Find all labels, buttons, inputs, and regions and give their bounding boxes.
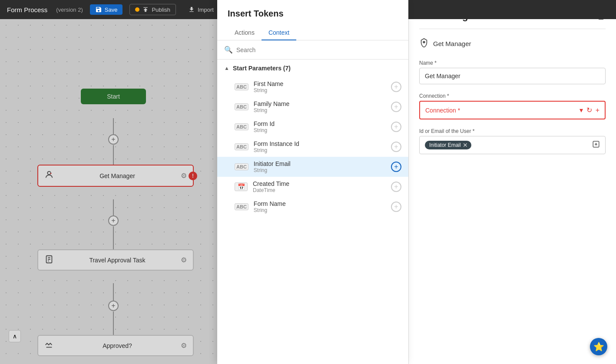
tab-context[interactable]: Context <box>262 26 296 40</box>
token-name: First Name <box>254 80 386 87</box>
token-field-insert-icon[interactable] <box>592 140 600 150</box>
modal-header: Insert Tokens Actions Context <box>217 0 408 40</box>
insert-tokens-modal: Insert Tokens Actions Context 🔍 ▲ Start … <box>217 0 408 364</box>
token-name: Form Id <box>254 120 386 127</box>
section-chevron-icon: ▲ <box>224 65 229 71</box>
search-icon: 🔍 <box>224 46 233 54</box>
token-add-button[interactable]: + <box>391 182 401 192</box>
connection-dropdown-icon[interactable]: ▾ <box>580 106 583 114</box>
token-abc-icon: ABC <box>235 143 248 150</box>
connection-refresh-icon[interactable]: ↻ <box>586 106 592 114</box>
import-button[interactable]: Import <box>183 4 219 15</box>
token-item[interactable]: ABC Form Name String + <box>217 197 408 217</box>
id-email-field-label: Id or Email of the User * <box>419 128 606 134</box>
token-type: String <box>254 127 386 133</box>
token-type: String <box>254 107 386 113</box>
token-info: Form Name String <box>254 200 386 213</box>
section-label: Start Parameters (7) <box>233 65 291 72</box>
connection-add-icon[interactable]: + <box>596 106 599 114</box>
token-type: String <box>254 167 386 173</box>
token-item[interactable]: ABC Form Instance Id String + <box>217 137 408 157</box>
token-item[interactable]: ABC Initiator Email String + <box>217 157 408 177</box>
modal-search-bar[interactable]: 🔍 <box>217 40 408 60</box>
app-title: Form Process <box>7 6 47 13</box>
token-section-header[interactable]: ▲ Start Parameters (7) <box>217 60 408 77</box>
token-name: Initiator Email <box>254 160 386 167</box>
connection-field-label: Connection * <box>419 93 606 99</box>
svg-point-12 <box>423 41 425 43</box>
name-field-label: Name * <box>419 60 606 66</box>
name-field-group: Name * <box>419 60 606 84</box>
connection-placeholder: Connection * <box>425 107 460 114</box>
token-info: Family Name String <box>254 100 386 113</box>
token-info: Initiator Email String <box>254 160 386 173</box>
publish-icon <box>142 6 149 13</box>
search-input[interactable] <box>236 46 401 53</box>
modal-title: Insert Tokens <box>228 9 398 19</box>
token-info: First Name String <box>254 80 386 93</box>
warn-icon <box>135 7 139 12</box>
token-abc-icon: ABC <box>235 163 248 170</box>
token-type: String <box>254 147 386 153</box>
token-item[interactable]: ABC Family Name String + <box>217 97 408 117</box>
token-item[interactable]: ABC Form Id String + <box>217 117 408 137</box>
token-item[interactable]: 📅 Created Time DateTime + <box>217 177 408 197</box>
import-icon <box>188 6 195 13</box>
connection-actions: ▾ ↻ + <box>580 106 599 114</box>
help-button[interactable]: ⭐ <box>590 338 607 355</box>
name-field-input[interactable] <box>419 68 606 84</box>
app-version: (version 2) <box>56 7 83 13</box>
initiator-email-tag[interactable]: Initiator Email ✕ <box>425 141 471 149</box>
id-email-field-group: Id or Email of the User * Initiator Emai… <box>419 128 606 154</box>
panel-divider <box>419 29 606 29</box>
token-add-button[interactable]: + <box>391 102 401 112</box>
token-add-button[interactable]: + <box>391 162 401 172</box>
token-type: String <box>254 87 386 93</box>
token-add-button[interactable]: + <box>391 122 401 132</box>
token-type: DateTime <box>253 187 386 193</box>
right-panel: Get Manager 🗑 Get Manager Name * Connect… <box>408 0 616 364</box>
connection-field-group: Connection * Connection * ▾ ↻ + <box>419 93 606 119</box>
token-name: Form Instance Id <box>254 140 386 147</box>
connection-dropdown[interactable]: Connection * ▾ ↻ + <box>419 101 606 119</box>
node-info: Get Manager <box>419 38 606 50</box>
token-name: Form Name <box>254 200 386 207</box>
node-shield-icon <box>419 38 429 50</box>
modal-tabs: Actions Context <box>228 26 398 40</box>
token-tag-label: Initiator Email <box>429 142 461 148</box>
publish-button[interactable]: Publish <box>129 4 176 15</box>
token-abc-icon: ABC <box>235 203 248 210</box>
token-info: Form Instance Id String <box>254 140 386 153</box>
token-add-button[interactable]: + <box>391 82 401 92</box>
save-icon <box>95 6 102 13</box>
token-add-button[interactable]: + <box>391 142 401 152</box>
token-abc-icon: ABC <box>235 83 248 90</box>
token-type: String <box>254 207 386 213</box>
token-abc-icon: ABC <box>235 103 248 110</box>
token-name: Created Time <box>253 180 386 187</box>
token-item[interactable]: ABC First Name String + <box>217 77 408 97</box>
token-tag-remove-icon[interactable]: ✕ <box>463 142 468 148</box>
token-calendar-icon: 📅 <box>235 182 248 191</box>
token-name: Family Name <box>254 100 386 107</box>
modal-body: ▲ Start Parameters (7) ABC First Name St… <box>217 60 408 364</box>
tab-actions[interactable]: Actions <box>228 26 262 40</box>
token-info: Form Id String <box>254 120 386 133</box>
save-button[interactable]: Save <box>90 4 123 15</box>
node-info-name: Get Manager <box>433 40 471 47</box>
token-input-field[interactable]: Initiator Email ✕ <box>419 136 606 154</box>
token-info: Created Time DateTime <box>253 180 386 193</box>
token-abc-icon: ABC <box>235 123 248 130</box>
token-add-button[interactable]: + <box>391 202 401 212</box>
token-list: ABC First Name String + ABC Family Name … <box>217 77 408 217</box>
